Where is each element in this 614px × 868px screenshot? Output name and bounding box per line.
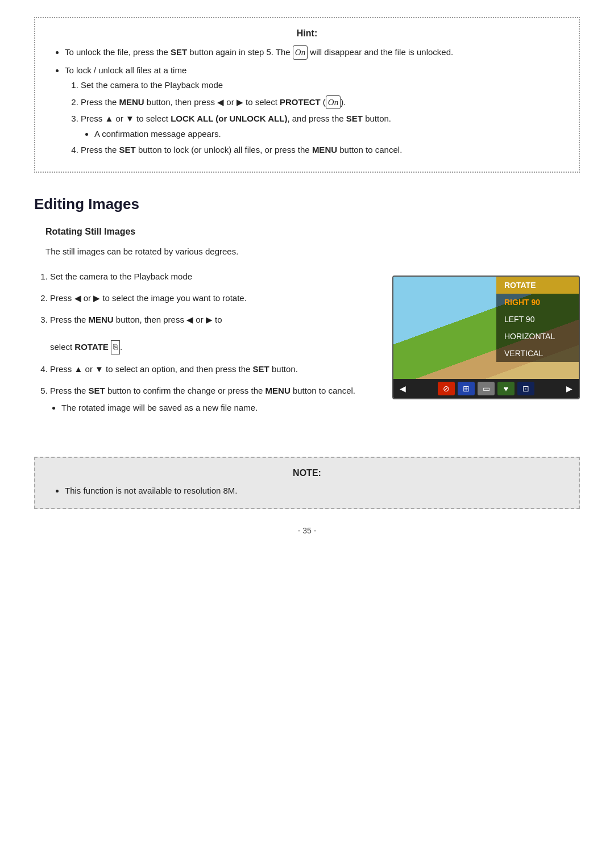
note-title: NOTE: bbox=[49, 468, 565, 478]
step-2: Press or to select the image you want to… bbox=[50, 291, 375, 305]
bold-lockall: LOCK ALL (or UNLOCK ALL) bbox=[171, 114, 287, 123]
on-icon-2: On bbox=[326, 95, 341, 110]
bold-menu-4: MENU bbox=[265, 386, 291, 395]
hint-item-1: To unlock the file, press the SET button… bbox=[65, 45, 565, 60]
hint-bullet-list: A confirmation message appears. bbox=[81, 128, 565, 141]
hint-bullet-1: A confirmation message appears. bbox=[94, 128, 565, 141]
camera-toolbar: ◀ ⊘ ⊞ ▭ ♥ ⊡ ▶ bbox=[393, 379, 579, 398]
rotate-menu: ROTATE RIGHT 90 LEFT 90 HORIZONTAL VERTI… bbox=[496, 277, 579, 362]
arrow-down-1 bbox=[126, 114, 134, 123]
step-1: Set the camera to the Playback mode bbox=[50, 270, 375, 283]
note-list: This function is not available to resolu… bbox=[49, 484, 565, 498]
bold-set-4: SET bbox=[253, 364, 269, 374]
toolbar-arrow-right: ▶ bbox=[563, 383, 575, 394]
rotate-option-right90: RIGHT 90 bbox=[496, 294, 579, 311]
rotate-option-left90: LEFT 90 bbox=[496, 311, 579, 328]
to-text: to bbox=[366, 145, 373, 155]
on-icon: On bbox=[293, 45, 308, 60]
bold-set-2: SET bbox=[346, 114, 363, 123]
arrow-left-2 bbox=[74, 293, 81, 303]
bold-menu-3: MENU bbox=[89, 315, 114, 324]
toolbar-icon-2: ⊞ bbox=[458, 382, 475, 395]
or-text-6: or bbox=[85, 364, 93, 374]
bold-protect: PROTECT bbox=[280, 97, 321, 107]
rotate-option-horizontal: HORIZONTAL bbox=[496, 328, 579, 345]
arrow-left-3 bbox=[186, 315, 193, 324]
hint-subitem-2: Press the MENU button, then press or to … bbox=[81, 95, 565, 110]
arrow-up-2 bbox=[74, 364, 83, 374]
or-text-1: or bbox=[226, 97, 237, 107]
content-area: Set the camera to the Playback mode Pres… bbox=[34, 270, 580, 423]
bold-set: SET bbox=[171, 47, 187, 57]
toolbar-icon-5: ⊡ bbox=[517, 382, 534, 395]
bold-rotate: ROTATE bbox=[74, 342, 108, 352]
arrow-left-1 bbox=[217, 97, 224, 107]
hint-subitem-1: Set the camera to the Playback mode bbox=[81, 79, 565, 92]
hint-item-2: To lock / unlock all files at a time Set… bbox=[65, 64, 565, 157]
arrow-right-2 bbox=[93, 293, 100, 303]
hint-title: Hint: bbox=[49, 28, 565, 39]
or-text-2: or bbox=[116, 114, 123, 123]
bold-set-5: SET bbox=[89, 386, 105, 395]
camera-ui-screenshot: ROTATE RIGHT 90 LEFT 90 HORIZONTAL VERTI… bbox=[392, 276, 580, 399]
arrow-down-2 bbox=[95, 364, 103, 374]
step-5: Press the SET button to confirm the chan… bbox=[50, 384, 375, 415]
or-text-4: or bbox=[84, 293, 91, 303]
step-3: Press the MENU button, then press or tos… bbox=[50, 313, 375, 354]
bold-set-3: SET bbox=[119, 145, 136, 155]
toolbar-icons: ⊘ ⊞ ▭ ♥ ⊡ bbox=[438, 382, 534, 395]
arrow-right-1 bbox=[237, 97, 243, 107]
step-4: Press or to select an option, and then p… bbox=[50, 362, 375, 376]
hint-subitem-3: Press or to select LOCK ALL (or UNLOCK A… bbox=[81, 112, 565, 140]
toolbar-icon-4: ♥ bbox=[497, 382, 515, 395]
step5-bullets: The rotated image will be saved as a new… bbox=[50, 401, 375, 415]
hint-list: To unlock the file, press the SET button… bbox=[49, 45, 565, 157]
steps-column: Set the camera to the Playback mode Pres… bbox=[34, 270, 375, 423]
hint-sublist: Set the camera to the Playback mode Pres… bbox=[65, 79, 565, 157]
toolbar-icon-3: ▭ bbox=[478, 382, 495, 395]
bold-menu-2: MENU bbox=[312, 145, 337, 155]
page-number: - 35 - bbox=[34, 526, 580, 535]
arrow-right-3 bbox=[206, 315, 213, 324]
step5-bullet: The rotated image will be saved as a new… bbox=[61, 401, 375, 415]
camera-image: ROTATE RIGHT 90 LEFT 90 HORIZONTAL VERTI… bbox=[393, 277, 579, 379]
section-intro: The still images can be rotated by vario… bbox=[34, 245, 580, 258]
hint-subitem-4: Press the SET button to lock (or unlock)… bbox=[81, 144, 565, 157]
rotate-menu-title: ROTATE bbox=[496, 277, 579, 294]
toolbar-icon-1: ⊘ bbox=[438, 382, 455, 395]
bold-menu-1: MENU bbox=[119, 97, 144, 107]
rotate-icon: ⎘ bbox=[111, 340, 120, 354]
arrow-up-1 bbox=[105, 114, 114, 123]
to-text-2: to bbox=[102, 293, 110, 303]
note-box: NOTE: This function is not available to … bbox=[34, 457, 580, 509]
rotate-option-vertical: VERTICAL bbox=[496, 345, 579, 362]
toolbar-arrow-left: ◀ bbox=[397, 383, 409, 394]
note-item: This function is not available to resolu… bbox=[65, 484, 565, 498]
or-text-3: or bbox=[264, 145, 272, 155]
section-title: Editing Images bbox=[34, 195, 580, 213]
subsection-title: Rotating Still Images bbox=[34, 227, 580, 237]
editing-images-section: Editing Images Rotating Still Images The… bbox=[34, 195, 580, 423]
steps-list: Set the camera to the Playback mode Pres… bbox=[34, 270, 375, 415]
hint-box: Hint: To unlock the file, press the SET … bbox=[34, 17, 580, 173]
or-text-5: or bbox=[196, 315, 203, 324]
